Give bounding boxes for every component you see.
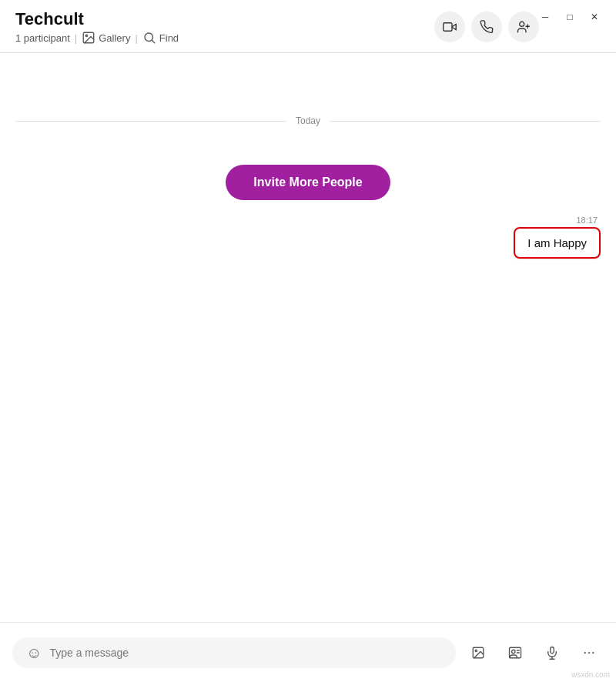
close-button[interactable]: ✕ — [582, 6, 607, 28]
gallery-link[interactable]: Gallery — [82, 31, 130, 45]
svg-point-1 — [85, 35, 87, 37]
attach-image-button[interactable] — [464, 638, 493, 667]
svg-point-10 — [475, 650, 477, 651]
find-icon — [142, 31, 156, 45]
minimize-button[interactable]: ─ — [533, 6, 557, 28]
find-label: Find — [159, 32, 179, 44]
svg-line-3 — [152, 41, 154, 43]
contact-icon — [508, 646, 522, 660]
message-container: 18:17 I am Happy — [15, 216, 601, 259]
svg-marker-4 — [452, 24, 456, 30]
svg-point-18 — [584, 651, 586, 653]
more-icon — [582, 646, 596, 660]
image-icon — [471, 646, 485, 660]
svg-rect-5 — [444, 23, 452, 32]
message-input-area: ☺ — [12, 637, 456, 668]
maximize-button[interactable]: □ — [557, 6, 582, 28]
invite-more-people-button[interactable]: Invite More People — [226, 165, 390, 200]
chat-area: Today Invite More People 18:17 I am Happ… — [0, 92, 616, 620]
svg-point-20 — [592, 651, 594, 653]
divider1: | — [75, 32, 77, 44]
video-call-button[interactable] — [434, 12, 465, 42]
watermark: wsxdn.com — [571, 670, 610, 679]
divider-line-right — [330, 121, 601, 122]
attach-file-button[interactable] — [500, 638, 530, 667]
svg-point-19 — [588, 651, 590, 653]
divider-line-left — [15, 121, 286, 122]
mic-icon — [545, 646, 559, 660]
gallery-label: Gallery — [99, 32, 130, 44]
message-timestamp: 18:17 — [576, 216, 598, 225]
gallery-icon — [82, 31, 95, 45]
chat-title: Techcult — [15, 9, 179, 29]
emoji-button[interactable]: ☺ — [26, 645, 42, 660]
message-input[interactable] — [49, 647, 442, 659]
date-text: Today — [296, 115, 320, 126]
find-link[interactable]: Find — [142, 31, 179, 45]
title-bar: ─ □ ✕ — [524, 0, 616, 34]
header-left: Techcult 1 participant | Gallery | Find — [15, 9, 179, 45]
participant-count: 1 participant — [15, 32, 70, 44]
header-subtitle: 1 participant | Gallery | Find — [15, 31, 179, 45]
svg-point-2 — [145, 33, 153, 42]
microphone-button[interactable] — [537, 638, 567, 667]
svg-rect-15 — [551, 647, 554, 653]
message-bubble: I am Happy — [514, 227, 601, 259]
phone-icon — [480, 20, 494, 34]
svg-point-12 — [512, 650, 516, 654]
invite-btn-container: Invite More People — [15, 165, 601, 200]
audio-call-button[interactable] — [471, 12, 502, 42]
date-divider: Today — [15, 115, 601, 126]
bottom-bar: ☺ — [0, 622, 616, 682]
more-options-button[interactable] — [574, 638, 604, 667]
divider2: | — [135, 32, 137, 44]
message-bubble-wrapper: I am Happy — [514, 227, 601, 259]
video-icon — [443, 20, 457, 34]
